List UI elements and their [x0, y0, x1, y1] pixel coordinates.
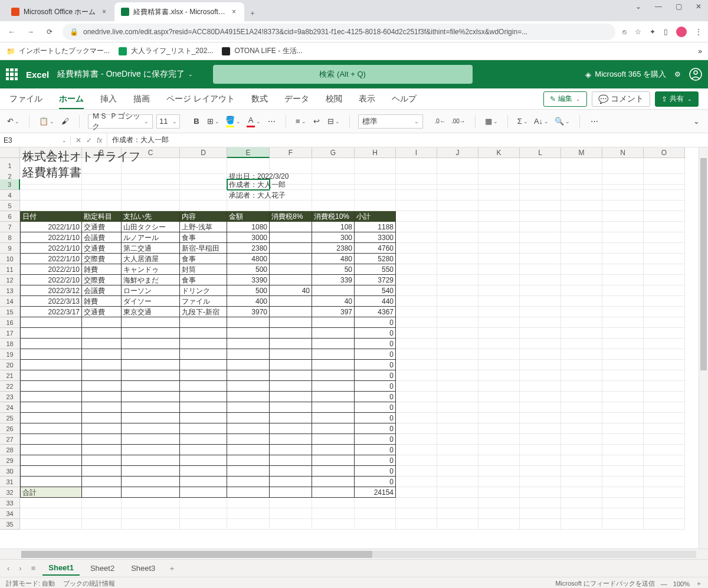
table-cell[interactable]: [520, 285, 561, 296]
table-cell[interactable]: [644, 445, 685, 455]
table-cell[interactable]: [602, 328, 644, 339]
cell[interactable]: [396, 519, 437, 530]
table-cell[interactable]: [478, 402, 520, 413]
table-cell[interactable]: [122, 455, 180, 466]
table-cell[interactable]: [478, 413, 520, 423]
cell[interactable]: [122, 498, 180, 508]
table-cell[interactable]: [561, 434, 602, 445]
fill-color-button[interactable]: 🪣⌄: [224, 114, 242, 129]
premium-button[interactable]: ◈Microsoft 365 を購入: [585, 69, 666, 80]
menu-icon[interactable]: ⋮: [695, 28, 702, 36]
table-cell[interactable]: [396, 434, 437, 445]
table-cell[interactable]: [270, 296, 312, 307]
table-cell[interactable]: [644, 455, 685, 466]
cell[interactable]: [312, 201, 355, 211]
table-cell[interactable]: [312, 370, 355, 381]
table-cell[interactable]: [644, 402, 685, 413]
ribbon-tab-formulas[interactable]: 数式: [251, 88, 268, 109]
table-cell[interactable]: 2022/2/10: [20, 275, 82, 285]
table-cell[interactable]: [227, 445, 270, 455]
ribbon-tab-help[interactable]: ヘルプ: [392, 88, 417, 109]
table-cell[interactable]: [270, 423, 312, 434]
table-cell[interactable]: 交通費: [82, 243, 122, 254]
zoom-out-button[interactable]: —: [661, 580, 667, 587]
table-cell[interactable]: [437, 307, 478, 317]
table-cell[interactable]: 交通費: [82, 307, 122, 317]
table-cell[interactable]: [270, 413, 312, 423]
undo-button[interactable]: ↶⌄: [6, 114, 21, 129]
table-cell[interactable]: [644, 434, 685, 445]
table-cell[interactable]: [437, 328, 478, 339]
table-cell[interactable]: [602, 254, 644, 264]
cell[interactable]: [644, 179, 685, 190]
table-cell[interactable]: [312, 381, 355, 392]
table-cell[interactable]: [180, 339, 227, 349]
table-cell[interactable]: [602, 317, 644, 328]
ribbon-tab-insert[interactable]: 挿入: [100, 88, 117, 109]
close-icon[interactable]: ×: [229, 7, 238, 17]
table-cell[interactable]: [561, 285, 602, 296]
horizontal-scrollbar[interactable]: [0, 548, 708, 559]
table-cell[interactable]: [227, 413, 270, 423]
table-cell[interactable]: ローソン: [122, 285, 180, 296]
table-cell[interactable]: [561, 328, 602, 339]
table-cell[interactable]: [602, 275, 644, 285]
cell[interactable]: [437, 498, 478, 508]
calc-mode[interactable]: 計算モード: 自動: [6, 579, 55, 588]
cell[interactable]: [312, 179, 355, 190]
table-cell[interactable]: [644, 317, 685, 328]
table-cell[interactable]: [520, 370, 561, 381]
table-cell[interactable]: [561, 392, 602, 402]
table-cell[interactable]: [437, 254, 478, 264]
reload-icon[interactable]: ⟳: [44, 28, 55, 36]
ribbon-tab-home[interactable]: ホーム: [59, 88, 84, 109]
cell[interactable]: [396, 508, 437, 519]
table-cell[interactable]: [20, 339, 82, 349]
cell[interactable]: [20, 190, 82, 201]
edit-button[interactable]: ✎編集⌄: [543, 91, 587, 107]
close-icon[interactable]: ×: [99, 7, 109, 17]
table-cell[interactable]: [396, 307, 437, 317]
table-cell[interactable]: [270, 232, 312, 243]
cell[interactable]: [396, 179, 437, 190]
table-cell[interactable]: [82, 413, 122, 423]
table-cell[interactable]: [644, 285, 685, 296]
table-cell[interactable]: [270, 243, 312, 254]
table-cell[interactable]: 新宿-早稲田: [180, 243, 227, 254]
cell[interactable]: [82, 201, 122, 211]
table-cell[interactable]: [396, 466, 437, 477]
table-cell[interactable]: [478, 477, 520, 487]
table-cell[interactable]: [478, 434, 520, 445]
table-cell[interactable]: [437, 317, 478, 328]
table-cell[interactable]: 108: [312, 222, 355, 232]
table-cell[interactable]: [602, 296, 644, 307]
table-header[interactable]: 内容: [180, 211, 227, 222]
table-cell[interactable]: [478, 392, 520, 402]
table-cell[interactable]: [437, 339, 478, 349]
bold-button[interactable]: B: [191, 114, 202, 129]
table-cell[interactable]: [227, 455, 270, 466]
table-cell[interactable]: [312, 487, 355, 498]
table-cell[interactable]: [396, 423, 437, 434]
avatar[interactable]: [676, 27, 687, 37]
table-cell[interactable]: [312, 445, 355, 455]
cell[interactable]: [82, 179, 122, 190]
cell[interactable]: [396, 498, 437, 508]
table-cell[interactable]: [20, 360, 82, 370]
number-format-select[interactable]: 標準⌄: [358, 114, 423, 129]
cell[interactable]: [270, 498, 312, 508]
table-cell[interactable]: [270, 264, 312, 275]
table-cell[interactable]: [520, 423, 561, 434]
table-cell[interactable]: [227, 466, 270, 477]
cancel-icon[interactable]: ✕: [76, 136, 81, 144]
table-cell[interactable]: [561, 307, 602, 317]
table-cell[interactable]: [644, 328, 685, 339]
cell[interactable]: [478, 498, 520, 508]
cell[interactable]: [520, 201, 561, 211]
table-cell[interactable]: [561, 222, 602, 232]
table-header[interactable]: 金額: [227, 211, 270, 222]
table-cell[interactable]: 3300: [355, 232, 396, 243]
ribbon-tab-view[interactable]: 表示: [359, 88, 375, 109]
table-cell[interactable]: [270, 455, 312, 466]
table-cell[interactable]: [82, 392, 122, 402]
